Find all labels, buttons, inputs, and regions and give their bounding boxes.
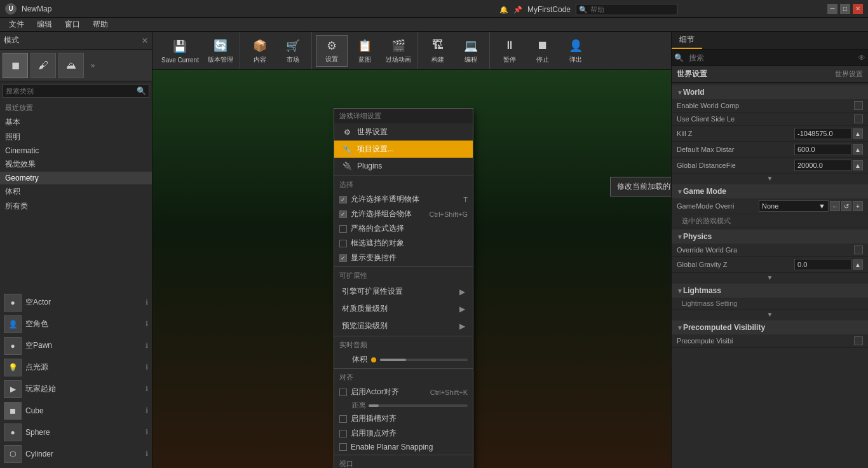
- actor-empty-character[interactable]: 👤 空角色 ℹ: [0, 313, 152, 335]
- physics-expand[interactable]: ▼: [672, 273, 868, 282]
- prop-input-global-gravity-z[interactable]: [794, 259, 851, 270]
- search-class-input[interactable]: [3, 86, 134, 96]
- prop-label-default-max-dist: Default Max Distar: [677, 146, 794, 153]
- actor-info-player-start[interactable]: ℹ: [146, 385, 148, 393]
- menu-help[interactable]: 帮助: [86, 18, 114, 31]
- actor-info-cube[interactable]: ℹ: [146, 406, 148, 415]
- modes-close-button[interactable]: ✕: [142, 36, 148, 45]
- check-override-world-gravity[interactable]: [854, 245, 863, 254]
- dropdown-check-show-transform[interactable]: ✓ 显示变换控件: [334, 251, 473, 265]
- gamemode-add-btn[interactable]: +: [853, 201, 863, 211]
- actor-player-start[interactable]: ▶ 玩家起始 ℹ: [0, 378, 152, 400]
- menu-edit[interactable]: 编辑: [31, 18, 58, 31]
- prop-section-header-physics[interactable]: ▼ Physics: [672, 230, 868, 244]
- close-button[interactable]: ✕: [853, 4, 863, 14]
- dropdown-preview-render[interactable]: 预览渲染级别 ▶: [334, 317, 473, 334]
- actor-cube[interactable]: ◼ Cube ℹ: [0, 400, 152, 422]
- mode-paint[interactable]: 🖌: [31, 53, 56, 78]
- category-volume[interactable]: 体积: [0, 184, 152, 199]
- kill-z-up[interactable]: ▲: [853, 128, 863, 139]
- lightmass-expand[interactable]: ▼: [672, 310, 868, 319]
- tab-details[interactable]: 细节: [672, 32, 702, 49]
- global-dist-up[interactable]: ▲: [853, 160, 863, 170]
- category-geometry[interactable]: Geometry: [0, 172, 152, 184]
- category-cinematic[interactable]: Cinematic: [0, 144, 152, 157]
- dropdown-check-translucent[interactable]: ✓ 允许选择半透明物体 T: [334, 192, 473, 207]
- dropdown-check-planar[interactable]: Enable Planar Snapping: [334, 441, 473, 453]
- check-use-client-side[interactable]: [854, 114, 863, 123]
- dropdown-plugins[interactable]: 🔌 Plugins: [334, 158, 473, 174]
- code-label: 编程: [465, 55, 477, 64]
- gamemode-refresh-btn[interactable]: ↺: [841, 201, 851, 211]
- prop-input-default-max-dist[interactable]: [794, 144, 851, 155]
- dropdown-engine-scalability[interactable]: 引擎可扩展性设置 ▶: [334, 283, 473, 300]
- prop-section-header-game-mode[interactable]: ▼ Game Mode: [672, 184, 868, 198]
- right-search-input[interactable]: [686, 52, 855, 64]
- category-all[interactable]: 所有类: [0, 199, 152, 214]
- actor-empty-pawn[interactable]: ● 空Pawn ℹ: [0, 335, 152, 357]
- distance-slider[interactable]: [369, 404, 468, 407]
- restore-button[interactable]: □: [840, 4, 850, 14]
- dropdown-check-actor-align[interactable]: 启用Actor对齐 Ctrl+Shift+K: [334, 385, 473, 399]
- viewport[interactable]: 游戏详细设置 ⚙ 世界设置 🔧 项目设置... 🔌 Plugins 选择 ✓: [153, 70, 671, 468]
- titlebar-controls[interactable]: ─ □ ✕: [827, 4, 863, 14]
- prop-input-global-distance[interactable]: [794, 160, 851, 171]
- actor-point-light[interactable]: 💡 点光源 ℹ: [0, 357, 152, 378]
- actor-info-cylinder[interactable]: ℹ: [146, 450, 148, 458]
- category-lighting[interactable]: 照明: [0, 130, 152, 144]
- mode-landscape[interactable]: ⛰: [58, 53, 84, 78]
- pause-button[interactable]: ⏸ 暂停: [494, 35, 526, 67]
- actor-cylinder[interactable]: ⬡ Cylinder ℹ: [0, 443, 152, 465]
- expand-panel-button[interactable]: »: [86, 59, 99, 72]
- prop-section-header-world[interactable]: ▼ World: [672, 85, 868, 99]
- prop-dropdown-gamemode[interactable]: None ▼: [759, 200, 829, 212]
- version-mgmt-button[interactable]: 🔄 版本管理: [204, 35, 237, 67]
- code-button[interactable]: 💻 编程: [455, 35, 487, 67]
- dropdown-check-box-occluded[interactable]: 框选遮挡的对象: [334, 236, 473, 251]
- settings-button[interactable]: ⚙ 设置: [316, 35, 348, 67]
- gamemode-back-btn[interactable]: ←: [830, 201, 840, 211]
- actor-info-point-light[interactable]: ℹ: [146, 363, 148, 371]
- default-max-up[interactable]: ▲: [853, 144, 863, 155]
- dropdown-check-vertex-align[interactable]: 启用顶点对齐: [334, 426, 473, 441]
- market-button[interactable]: 🛒 市场: [277, 35, 309, 67]
- right-eye-icon[interactable]: 👁: [858, 53, 865, 62]
- actor-info-empty-pawn[interactable]: ℹ: [146, 341, 148, 350]
- prop-input-kill-z[interactable]: [794, 128, 851, 139]
- dropdown-check-socket-align[interactable]: 启用插槽对齐: [334, 411, 473, 426]
- actor-sphere[interactable]: ● Sphere ℹ: [0, 422, 152, 443]
- check-precompute-visibi[interactable]: [854, 336, 863, 345]
- titlebar-left: U NewMap: [5, 3, 51, 15]
- mode-place[interactable]: ◼: [3, 53, 28, 78]
- play-button[interactable]: 👤 弹出: [560, 35, 592, 67]
- dropdown-material-quality[interactable]: 材质质量级别 ▶: [334, 300, 473, 317]
- save-current-button[interactable]: 💾 Save Current: [158, 35, 203, 67]
- dropdown-check-group[interactable]: ✓ 允许选择组合物体 Ctrl+Shift+G: [334, 207, 473, 221]
- dropdown-check-strict-box[interactable]: 严格的盒式选择: [334, 221, 473, 236]
- menu-file[interactable]: 文件: [3, 18, 31, 31]
- global-grav-up[interactable]: ▲: [853, 259, 863, 270]
- actor-info-empty-character[interactable]: ℹ: [146, 320, 148, 328]
- actor-info-sphere[interactable]: ℹ: [146, 428, 148, 436]
- dropdown-project-settings[interactable]: 🔧 项目设置...: [334, 141, 473, 158]
- world-expand[interactable]: ▼: [672, 174, 868, 183]
- category-basic[interactable]: 基本: [0, 115, 152, 130]
- dropdown-world-settings[interactable]: ⚙ 世界设置: [334, 123, 473, 141]
- right-header-world-settings-tab[interactable]: 世界设置: [835, 69, 863, 79]
- prop-section-header-lightmass[interactable]: ▼ Lightmass: [672, 284, 868, 298]
- actor-icon-sphere: ●: [4, 423, 22, 441]
- minimize-button[interactable]: ─: [827, 4, 837, 14]
- content-button[interactable]: 📦 内容: [244, 35, 276, 67]
- dropdown-section-expandable: 可扩展性: [334, 268, 473, 283]
- volume-slider[interactable]: [380, 359, 468, 361]
- check-enable-world-comp[interactable]: [854, 101, 863, 110]
- menu-window[interactable]: 窗口: [58, 18, 86, 31]
- actor-info-empty-actor[interactable]: ℹ: [146, 298, 148, 306]
- cinematics-button[interactable]: 🎬 过场动画: [382, 35, 415, 67]
- actor-empty-actor[interactable]: ● 空Actor ℹ: [0, 292, 152, 313]
- category-visual[interactable]: 视觉效果: [0, 157, 152, 172]
- stop-button[interactable]: ⏹ 停止: [527, 35, 559, 67]
- build-button[interactable]: 🏗 构建: [422, 35, 454, 67]
- prop-section-header-precomputed[interactable]: ▼ Precomputed Visibility: [672, 320, 868, 334]
- blueprint-button[interactable]: 📋 蓝图: [349, 35, 381, 67]
